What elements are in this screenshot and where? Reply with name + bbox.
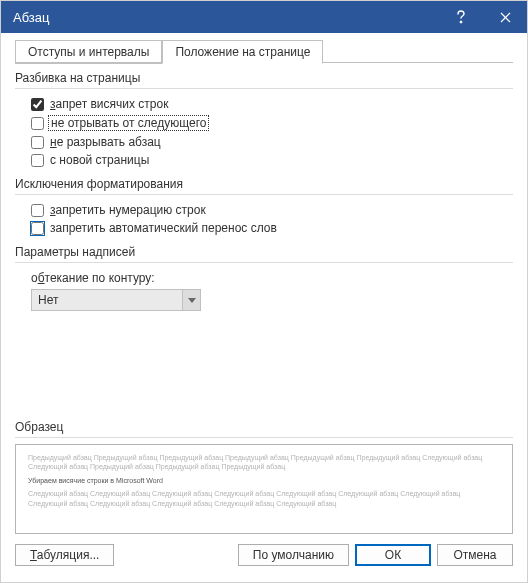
help-icon xyxy=(455,10,467,24)
button-row: Табуляция... По умолчанию ОК Отмена xyxy=(15,534,513,576)
checkbox-label: запрет висячих строк xyxy=(48,97,170,111)
section-preview-label: Образец xyxy=(15,420,513,434)
dialog-content: Отступы и интервалы Положение на страниц… xyxy=(1,33,527,582)
window-title: Абзац xyxy=(13,10,439,25)
tab-label: Отступы и интервалы xyxy=(28,45,149,59)
button-label: Отмена xyxy=(453,548,496,562)
button-label: ОК xyxy=(385,548,401,562)
checkbox-input[interactable] xyxy=(31,204,44,217)
titlebar: Абзац xyxy=(1,1,527,33)
button-label: Табуляция... xyxy=(30,548,99,562)
checkbox-page-break-before[interactable]: с новой страницы xyxy=(15,151,513,169)
tab-page-position[interactable]: Положение на странице xyxy=(162,40,323,64)
tab-indents[interactable]: Отступы и интервалы xyxy=(15,40,162,64)
section-preview: Образец Предыдущий абзац Предыдущий абза… xyxy=(15,412,513,534)
tab-strip: Отступы и интервалы Положение на страниц… xyxy=(15,39,513,63)
checkbox-suppress-line-numbers[interactable]: запретить нумерацию строк xyxy=(15,201,513,219)
wrap-dropdown-button[interactable] xyxy=(182,290,200,310)
button-label: По умолчанию xyxy=(253,548,334,562)
wrap-dropdown[interactable]: Нет xyxy=(31,289,201,311)
wrap-dropdown-value: Нет xyxy=(32,290,182,310)
checkbox-input[interactable] xyxy=(31,222,44,235)
checkbox-input[interactable] xyxy=(31,117,44,130)
section-pagination-label: Разбивка на страницы xyxy=(15,71,513,85)
preview-sample-text: Убираем висячие строки в Microsoft Word xyxy=(28,476,500,485)
svg-point-0 xyxy=(460,21,462,23)
wrap-dropdown-label: обтекание по контуру: xyxy=(31,271,513,285)
spacer xyxy=(15,313,513,406)
tab-label: Положение на странице xyxy=(175,45,310,59)
divider xyxy=(15,194,513,195)
cancel-button[interactable]: Отмена xyxy=(437,544,513,566)
wrap-dropdown-row: обтекание по контуру: Нет xyxy=(15,269,513,313)
checkbox-dont-hyphenate[interactable]: запретить автоматический перенос слов xyxy=(15,219,513,237)
divider xyxy=(15,88,513,89)
dialog-window: Абзац Отступы и интервалы Положение на с… xyxy=(0,0,528,583)
tabs-button[interactable]: Табуляция... xyxy=(15,544,114,566)
help-button[interactable] xyxy=(439,1,483,33)
checkbox-label: не отрывать от следующего xyxy=(48,115,209,131)
preview-after-text: Следующий абзац Следующий абзац Следующи… xyxy=(28,489,500,508)
set-default-button[interactable]: По умолчанию xyxy=(238,544,349,566)
close-button[interactable] xyxy=(483,1,527,33)
divider xyxy=(15,437,513,438)
section-textbox-options-label: Параметры надписей xyxy=(15,245,513,259)
divider xyxy=(15,262,513,263)
checkbox-keep-with-next[interactable]: не отрывать от следующего xyxy=(15,113,513,133)
checkbox-widow-control[interactable]: запрет висячих строк xyxy=(15,95,513,113)
preview-before-text: Предыдущий абзац Предыдущий абзац Предыд… xyxy=(28,453,500,472)
section-formatting-exceptions-label: Исключения форматирования xyxy=(15,177,513,191)
checkbox-input[interactable] xyxy=(31,98,44,111)
checkbox-input[interactable] xyxy=(31,136,44,149)
close-icon xyxy=(500,12,511,23)
ok-button[interactable]: ОК xyxy=(355,544,431,566)
checkbox-label: запретить нумерацию строк xyxy=(48,203,208,217)
checkbox-input[interactable] xyxy=(31,154,44,167)
checkbox-label: с новой страницы xyxy=(48,153,151,167)
checkbox-label: запретить автоматический перенос слов xyxy=(48,221,279,235)
checkbox-label: не разрывать абзац xyxy=(48,135,163,149)
preview-box: Предыдущий абзац Предыдущий абзац Предыд… xyxy=(15,444,513,534)
checkbox-keep-lines-together[interactable]: не разрывать абзац xyxy=(15,133,513,151)
chevron-down-icon xyxy=(188,298,196,303)
